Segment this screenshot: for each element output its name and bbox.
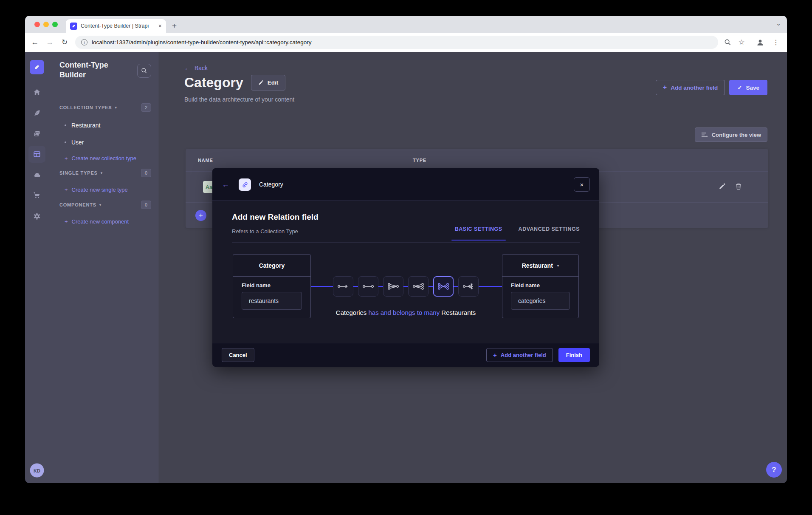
relation-many-way-button[interactable]	[458, 276, 479, 297]
browser-reload-button[interactable]: ↻	[58, 33, 71, 52]
profile-icon[interactable]	[754, 33, 766, 52]
browser-menu-icon[interactable]: ⋮	[770, 33, 782, 52]
target-field-label: Field name	[511, 282, 570, 289]
relation-modal: ← Category × Add new Relation field Refe…	[212, 168, 599, 367]
modal-subtitle: Refers to a Collection Type	[232, 228, 298, 235]
sentence-right: Restaurants	[441, 309, 476, 316]
tab-advanced-settings[interactable]: ADVANCED SETTINGS	[519, 226, 580, 232]
target-select[interactable]: Restaurant ▾	[502, 255, 578, 277]
relation-many-to-many-button[interactable]	[433, 276, 454, 297]
modal-divider	[232, 242, 580, 243]
sentence-left: Categories	[336, 309, 367, 316]
target-field-input[interactable]	[511, 292, 570, 310]
modal-close-button[interactable]: ×	[574, 177, 590, 192]
source-field-label: Field name	[242, 282, 302, 289]
modal-back-arrow-icon[interactable]: ←	[222, 180, 229, 189]
new-tab-button[interactable]: +	[172, 21, 177, 31]
browser-forward-button[interactable]: →	[43, 33, 56, 52]
plus-icon: +	[493, 351, 497, 359]
browser-tabstrip: Content-Type Builder | Strapi × + ⌄	[25, 16, 787, 33]
browser-back-button[interactable]: ←	[28, 33, 41, 52]
browser-toolbar: ← → ↻ i localhost:1337/admin/plugins/con…	[25, 33, 787, 52]
modal-tabs: BASIC SETTINGS ADVANCED SETTINGS	[455, 226, 580, 232]
url-text: localhost:1337/admin/plugins/content-typ…	[92, 39, 312, 45]
browser-tab[interactable]: Content-Type Builder | Strapi ×	[66, 19, 166, 33]
tab-title: Content-Type Builder | Strapi	[81, 23, 155, 29]
strapi-admin: KD Content-Type Builder COLLECTION TYPES…	[25, 52, 787, 483]
tab-search-chevron-icon[interactable]: ⌄	[776, 20, 781, 27]
address-bar[interactable]: i localhost:1337/admin/plugins/content-t…	[75, 36, 718, 49]
tab-close-icon[interactable]: ×	[158, 23, 162, 29]
relation-many-to-one-button[interactable]	[408, 276, 429, 297]
modal-add-another-field-button[interactable]: + Add another field	[486, 348, 553, 362]
relation-one-way-button[interactable]	[333, 276, 353, 297]
modal-add-field-label: Add another field	[501, 352, 546, 358]
zoom-icon[interactable]	[722, 33, 733, 52]
source-field-input[interactable]	[242, 292, 302, 310]
target-name-label: Restaurant	[522, 262, 553, 269]
relation-one-to-many-button[interactable]	[383, 276, 403, 297]
finish-button[interactable]: Finish	[558, 348, 590, 362]
tab-basic-settings[interactable]: BASIC SETTINGS	[455, 226, 502, 232]
modal-footer: Cancel + Add another field Finish	[212, 343, 599, 367]
traffic-minimize-button[interactable]	[43, 22, 49, 27]
source-name: Category	[233, 255, 310, 277]
modal-breadcrumb: Category	[259, 181, 283, 188]
traffic-zoom-button[interactable]	[52, 22, 58, 27]
cancel-button[interactable]: Cancel	[222, 348, 254, 362]
site-info-icon[interactable]: i	[81, 39, 87, 45]
relation-sentence: Categories has and belongs to many Resta…	[212, 309, 599, 316]
bookmark-star-icon[interactable]: ☆	[736, 33, 747, 52]
modal-title: Add new Relation field	[232, 212, 319, 222]
browser-window: Content-Type Builder | Strapi × + ⌄ ← → …	[25, 16, 787, 483]
relation-one-to-one-button[interactable]	[358, 276, 378, 297]
caret-down-icon: ▾	[557, 263, 559, 268]
relation-link-icon	[239, 178, 251, 191]
sentence-middle: has and belongs to many	[369, 309, 442, 316]
strapi-favicon-icon	[70, 23, 77, 30]
traffic-close-button[interactable]	[34, 22, 40, 27]
modal-header: ← Category ×	[212, 168, 599, 201]
source-name-label: Category	[259, 262, 285, 269]
